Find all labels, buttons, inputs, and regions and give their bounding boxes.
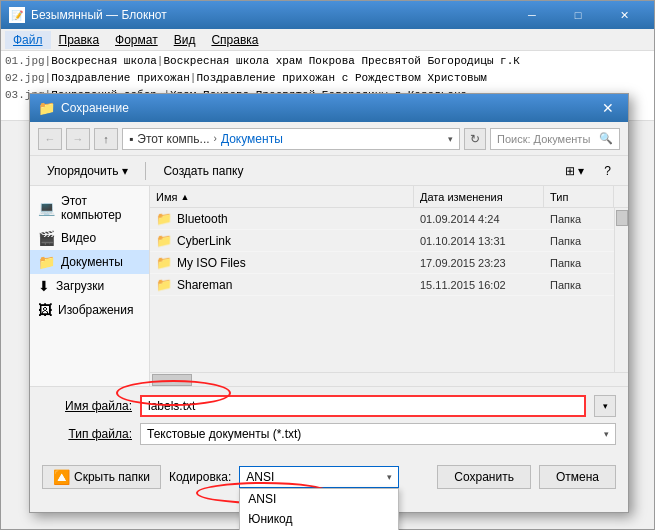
save-dialog: 📁 Сохранение ✕ ← → ↑ ▪ Этот компь... › Д… xyxy=(29,93,629,513)
file-type-isofiles: Папка xyxy=(544,257,614,269)
create-folder-button[interactable]: Создать папку xyxy=(154,160,252,182)
dialog-form: Имя файла: ▾ Тип файла: Текстовые докуме… xyxy=(30,386,628,459)
organize-label: Упорядочить xyxy=(47,164,118,178)
help-button[interactable]: ? xyxy=(595,160,620,182)
create-folder-label: Создать папку xyxy=(163,164,243,178)
file-date-cyberlink: 01.10.2014 13:31 xyxy=(414,235,544,247)
scrollbar-thumb xyxy=(616,210,628,226)
close-button[interactable]: ✕ xyxy=(602,5,646,25)
scrollbar-horizontal[interactable] xyxy=(150,372,628,386)
sidebar-item-video[interactable]: 🎬 Видео xyxy=(30,226,149,250)
folder-up-icon: 🔼 xyxy=(53,469,70,485)
file-name-shareman: 📁 Shareman xyxy=(150,277,414,292)
window-controls: ─ □ ✕ xyxy=(510,5,646,25)
scrollbar-vertical[interactable] xyxy=(614,208,628,372)
table-row[interactable]: 📁 My ISO Files 17.09.2015 23:23 Папка xyxy=(150,252,614,274)
toolbar-separator xyxy=(145,162,146,180)
notepad-icon: 📝 xyxy=(9,7,25,23)
encoding-current: ANSI xyxy=(246,470,274,484)
cancel-button[interactable]: Отмена xyxy=(539,465,616,489)
menu-format[interactable]: Формат xyxy=(107,31,166,49)
sidebar-item-downloads[interactable]: ⬇ Загрузки xyxy=(30,274,149,298)
filetype-dropdown-arrow: ▾ xyxy=(604,429,609,439)
file-name-bluetooth: 📁 Bluetooth xyxy=(150,211,414,226)
organize-button[interactable]: Упорядочить ▾ xyxy=(38,160,137,182)
filename-dropdown-button[interactable]: ▾ xyxy=(594,395,616,417)
col-header-name[interactable]: Имя ▲ xyxy=(150,186,414,207)
encoding-options: ANSI Юникод Юникод Big Endian UTF-8 xyxy=(239,488,399,530)
nav-forward-button[interactable]: → xyxy=(66,128,90,150)
file-name-isofiles: 📁 My ISO Files xyxy=(150,255,414,270)
dialog-close-button[interactable]: ✕ xyxy=(596,98,620,118)
sidebar-label-images: Изображения xyxy=(58,303,133,317)
dialog-icon: 📁 xyxy=(38,100,55,116)
view-icon-button[interactable]: ⊞ ▾ xyxy=(556,160,593,182)
nav-path-current: Документы xyxy=(221,132,283,146)
encoding-option-ansi[interactable]: ANSI xyxy=(240,489,398,509)
organize-arrow: ▾ xyxy=(122,164,128,178)
nav-path: ▪ Этот компь... › Документы ▾ xyxy=(122,128,460,150)
table-row[interactable]: 📁 Shareman 15.11.2015 16:02 Папка xyxy=(150,274,614,296)
filename-input[interactable] xyxy=(140,395,586,417)
notepad-title: Безымянный — Блокнот xyxy=(31,8,510,22)
encoding-arrow: ▾ xyxy=(387,472,392,482)
dialog-encoding-row: 🔼 Скрыть папки Кодировка: ANSI ▾ ANSI Юн… xyxy=(30,459,628,495)
encoding-dropdown[interactable]: ANSI ▾ ANSI Юникод Юникод Big Endian UTF… xyxy=(239,466,399,488)
file-list-header: Имя ▲ Дата изменения Тип xyxy=(150,186,628,208)
nav-back-button[interactable]: ← xyxy=(38,128,62,150)
folder-icon-cyberlink: 📁 xyxy=(156,233,172,248)
sidebar-item-images[interactable]: 🖼 Изображения xyxy=(30,298,149,322)
sidebar-label-video: Видео xyxy=(61,231,96,245)
sidebar-label-documents: Документы xyxy=(61,255,123,269)
hide-folders-button[interactable]: 🔼 Скрыть папки xyxy=(42,465,161,489)
save-button[interactable]: Сохранить xyxy=(437,465,531,489)
menu-help[interactable]: Справка xyxy=(203,31,266,49)
content-line-1: 01.jpg|Воскресная школа|Воскресная школа… xyxy=(5,53,650,70)
sidebar-item-computer[interactable]: 💻 Этот компьютер xyxy=(30,190,149,226)
col-header-date[interactable]: Дата изменения xyxy=(414,186,544,207)
menu-edit[interactable]: Правка xyxy=(51,31,108,49)
filetype-dropdown[interactable]: Текстовые документы (*.txt) ▾ xyxy=(140,423,616,445)
dialog-title: Сохранение xyxy=(61,101,596,115)
video-icon: 🎬 xyxy=(38,230,55,246)
folder-icon-isofiles: 📁 xyxy=(156,255,172,270)
filetype-value: Текстовые документы (*.txt) xyxy=(147,427,301,441)
filetype-row: Тип файла: Текстовые документы (*.txt) ▾ xyxy=(42,423,616,445)
notepad-window: 📝 Безымянный — Блокнот ─ □ ✕ Файл Правка… xyxy=(0,0,655,530)
dialog-buttons: Сохранить Отмена xyxy=(437,465,616,489)
file-rows-area: 📁 Bluetooth 01.09.2014 4:24 Папка 📁 Cybe… xyxy=(150,208,628,372)
search-box[interactable]: Поиск: Документы 🔍 xyxy=(490,128,620,150)
col-header-type[interactable]: Тип xyxy=(544,186,614,207)
file-type-cyberlink: Папка xyxy=(544,235,614,247)
dialog-main: 💻 Этот компьютер 🎬 Видео 📁 Документы ⬇ З… xyxy=(30,186,628,386)
minimize-button[interactable]: ─ xyxy=(510,5,554,25)
sort-arrow: ▲ xyxy=(180,192,189,202)
file-list-area: Имя ▲ Дата изменения Тип xyxy=(150,186,628,386)
downloads-icon: ⬇ xyxy=(38,278,50,294)
table-row[interactable]: 📁 CyberLink 01.10.2014 13:31 Папка xyxy=(150,230,614,252)
folder-icon-bluetooth: 📁 xyxy=(156,211,172,226)
hide-folders-label: Скрыть папки xyxy=(74,470,150,484)
nav-path-dropdown-arrow: ▾ xyxy=(448,134,453,144)
file-date-bluetooth: 01.09.2014 4:24 xyxy=(414,213,544,225)
nav-up-button[interactable]: ↑ xyxy=(94,128,118,150)
images-icon: 🖼 xyxy=(38,302,52,318)
file-type-shareman: Папка xyxy=(544,279,614,291)
encoding-option-unicode[interactable]: Юникод xyxy=(240,509,398,529)
file-name-cyberlink: 📁 CyberLink xyxy=(150,233,414,248)
maximize-button[interactable]: □ xyxy=(556,5,600,25)
encoding-select[interactable]: ANSI ▾ xyxy=(239,466,399,488)
menu-file[interactable]: Файл xyxy=(5,31,51,49)
sidebar-item-documents[interactable]: 📁 Документы xyxy=(30,250,149,274)
menu-view[interactable]: Вид xyxy=(166,31,204,49)
table-row[interactable]: 📁 Bluetooth 01.09.2014 4:24 Папка xyxy=(150,208,614,230)
nav-refresh-button[interactable]: ↻ xyxy=(464,128,486,150)
dialog-sidebar: 💻 Этот компьютер 🎬 Видео 📁 Документы ⬇ З… xyxy=(30,186,150,386)
file-date-shareman: 15.11.2015 16:02 xyxy=(414,279,544,291)
encoding-label: Кодировка: xyxy=(169,470,231,484)
file-date-isofiles: 17.09.2015 23:23 xyxy=(414,257,544,269)
dialog-toolbar: Упорядочить ▾ Создать папку ⊞ ▾ ? xyxy=(30,156,628,186)
filename-row: Имя файла: ▾ xyxy=(42,395,616,417)
computer-icon: 💻 xyxy=(38,200,55,216)
file-rows: 📁 Bluetooth 01.09.2014 4:24 Папка 📁 Cybe… xyxy=(150,208,614,372)
